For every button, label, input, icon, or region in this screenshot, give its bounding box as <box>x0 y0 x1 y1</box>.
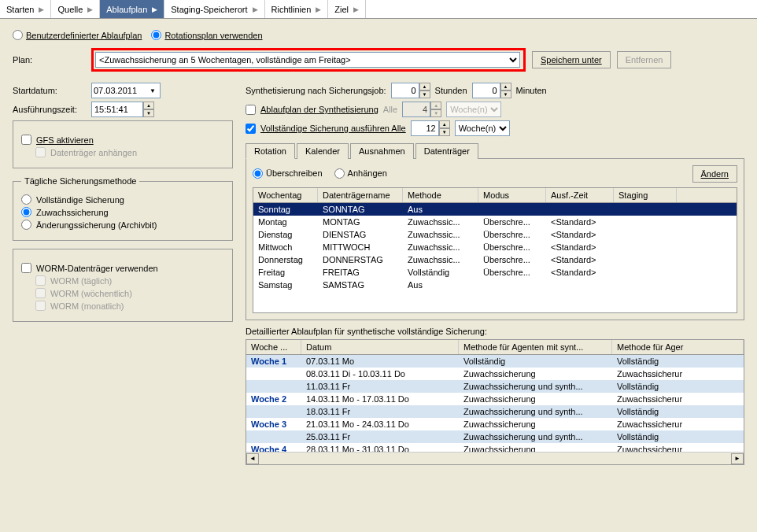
plan-highlight: <Zuwachssicherung an 5 Wochentagen, voll… <box>91 48 526 72</box>
column-header[interactable]: Wochentag <box>253 188 318 202</box>
chevron-right-icon: ▶ <box>253 6 258 13</box>
spin-down-icon[interactable]: ▼ <box>143 109 154 117</box>
detail-grid[interactable]: Woche ...DatumMethode für Agenten mit sy… <box>246 339 744 465</box>
scroll-left-icon: ◄ <box>246 453 259 464</box>
table-row[interactable]: DonnerstagDONNERSTAGZuwachssic...Übersch… <box>253 253 737 266</box>
column-header[interactable]: Ausf.-Zeit <box>546 188 614 202</box>
synth-sch-unit: Woche(n) <box>446 102 501 117</box>
column-header[interactable]: Modus <box>478 188 546 202</box>
table-row[interactable]: DienstagDIENSTAGZuwachssic...Überschre..… <box>253 228 737 241</box>
chevron-down-icon[interactable]: ▼ <box>147 87 158 94</box>
worm-monthly-checkbox: WORM (monatlich) <box>35 301 224 311</box>
subtab-datenträger[interactable]: Datenträger <box>415 143 478 159</box>
save-as-button[interactable]: Speichern unter <box>532 51 611 68</box>
table-row[interactable]: 11.03.11 FrZuwachssicherung und synth...… <box>246 380 744 393</box>
worm-daily-checkbox: WORM (täglich) <box>35 275 224 286</box>
table-row[interactable]: Woche 107.03.11 MoVollständigVollständig <box>246 355 744 368</box>
daily-method-group: Tägliche Sicherungsmethode Vollständige … <box>13 176 233 241</box>
table-row[interactable]: Woche 428.03.11 Mo - 31.03.11 DoZuwachss… <box>246 443 744 452</box>
table-row[interactable]: SonntagSONNTAGAus <box>253 203 737 216</box>
subtab-kalender[interactable]: Kalender <box>297 143 349 159</box>
gfs-activate-checkbox[interactable]: GFS aktivieren <box>21 135 224 145</box>
wizard-tab-richtlinien[interactable]: Richtlinien▶ <box>265 0 329 18</box>
chevron-right-icon: ▶ <box>87 6 93 13</box>
synth-after-label: Synthetisierung nach Sicherungsjob: <box>246 86 386 95</box>
detail-label: Detaillierter Ablaufplan für synthetisch… <box>246 327 744 336</box>
hscrollbar[interactable]: ◄► <box>246 452 744 464</box>
wizard-tab-staging-speicherort[interactable]: Staging-Speicherort▶ <box>164 0 264 18</box>
subtab-ausnahmen[interactable]: Ausnahmen <box>350 143 414 159</box>
radio-full-backup[interactable]: Vollständige Sicherung <box>21 194 224 205</box>
synth-sch-num: ▲▼ <box>402 102 441 117</box>
table-row[interactable]: FreitagFREITAGVollständigÜberschre...<St… <box>253 266 737 279</box>
rotation-grid[interactable]: WochentagDatenträgernameMethodeModusAusf… <box>253 187 737 313</box>
table-row[interactable]: Woche 214.03.11 Mo - 17.03.11 DoZuwachss… <box>246 393 744 405</box>
rotation-subtabs: RotationKalenderAusnahmenDatenträger <box>246 142 744 159</box>
synth-schedule-checkbox[interactable] <box>246 105 256 115</box>
wizard-tab-ablaufplan[interactable]: Ablaufplan▶ <box>100 0 164 18</box>
exectime-input[interactable]: ▲▼ <box>91 102 154 117</box>
column-header[interactable]: Datenträgername <box>318 188 403 202</box>
chevron-right-icon: ▶ <box>152 6 157 13</box>
synth-full-num[interactable]: ▲▼ <box>411 120 450 136</box>
startdate-label: Startdatum: <box>13 86 91 95</box>
gfs-group: GFS aktivieren Datenträger anhängen <box>13 120 233 168</box>
startdate-input[interactable]: 07.03.2011▼ <box>91 83 161 98</box>
table-row[interactable]: 08.03.11 Di - 10.03.11 DoZuwachssicherun… <box>246 368 744 380</box>
chevron-right-icon: ▶ <box>316 6 321 13</box>
plan-label: Plan: <box>13 55 91 65</box>
synth-mins-spin[interactable]: ▲▼ <box>472 83 511 98</box>
column-header[interactable]: Methode <box>403 188 478 202</box>
plan-select[interactable]: <Zuwachssicherung an 5 Wochentagen, voll… <box>95 52 520 68</box>
radio-append[interactable]: Anhängen <box>334 168 387 179</box>
scroll-right-icon: ► <box>731 453 744 464</box>
chevron-right-icon: ▶ <box>39 6 44 13</box>
exectime-label: Ausführungszeit: <box>13 105 91 114</box>
synth-full-checkbox[interactable] <box>246 124 256 134</box>
synth-hours-spin[interactable]: ▲▼ <box>391 83 430 98</box>
wizard-tab-quelle[interactable]: Quelle▶ <box>51 0 100 18</box>
column-header[interactable]: Methode für Ager <box>612 340 744 354</box>
column-header[interactable]: Staging <box>614 188 677 202</box>
remove-button[interactable]: Entfernen <box>617 51 672 68</box>
radio-differential-backup[interactable]: Änderungssicherung (Archivbit) <box>21 220 224 230</box>
table-row[interactable]: 25.03.11 FrZuwachssicherung und synth...… <box>246 430 744 443</box>
worm-weekly-checkbox: WORM (wöchentlich) <box>35 288 224 298</box>
radio-incremental-backup[interactable]: Zuwachssicherung <box>21 207 224 217</box>
column-header[interactable]: Methode für Agenten mit synt... <box>459 340 612 354</box>
chevron-right-icon: ▶ <box>353 6 359 13</box>
table-row[interactable]: MittwochMITTWOCHZuwachssic...Überschre..… <box>253 241 737 253</box>
radio-custom-schedule[interactable]: Benutzerdefinierter Ablaufplan <box>13 30 142 40</box>
radio-rotation-plan[interactable]: Rotationsplan verwenden <box>151 30 262 40</box>
change-button[interactable]: Ändern <box>692 165 737 183</box>
table-row[interactable]: MontagMONTAGZuwachssic...Überschre...<St… <box>253 216 737 228</box>
wizard-tab-ziel[interactable]: Ziel▶ <box>328 0 366 18</box>
column-header[interactable]: Datum <box>301 340 459 354</box>
synth-full-unit[interactable]: Woche(n) <box>455 120 510 136</box>
table-row[interactable]: SamstagSAMSTAGAus <box>253 279 737 291</box>
spin-up-icon[interactable]: ▲ <box>143 102 154 109</box>
gfs-append-checkbox: Datenträger anhängen <box>35 147 224 157</box>
radio-overwrite[interactable]: Überschreiben <box>253 168 323 179</box>
worm-group: WORM-Datenträger verwenden WORM (täglich… <box>13 249 233 322</box>
subtab-rotation[interactable]: Rotation <box>246 143 295 159</box>
wizard-tab-starten[interactable]: Starten▶ <box>0 0 51 18</box>
table-row[interactable]: Woche 321.03.11 Mo - 24.03.11 DoZuwachss… <box>246 418 744 430</box>
wizard-tabs: Starten▶Quelle▶Ablaufplan▶Staging-Speich… <box>0 0 757 19</box>
column-header[interactable]: Woche ... <box>246 340 301 354</box>
table-row[interactable]: 18.03.11 FrZuwachssicherung und synth...… <box>246 405 744 418</box>
worm-use-checkbox[interactable]: WORM-Datenträger verwenden <box>21 263 224 273</box>
